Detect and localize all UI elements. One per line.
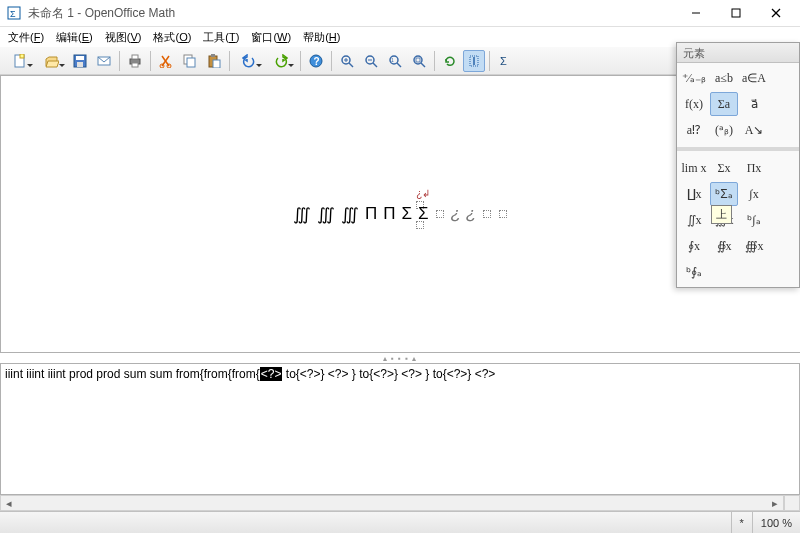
sym-sum: Σ ¿↲ — [418, 204, 429, 224]
rendered-formula: ∭ ∭ ∭ Π Π Σ Σ ¿↲ ¿ ¿ — [293, 204, 508, 225]
sym-iiint: ∭ — [341, 204, 359, 225]
svg-rect-20 — [187, 58, 195, 67]
svg-line-31 — [373, 63, 377, 67]
cut-button[interactable] — [155, 50, 177, 72]
svg-rect-9 — [76, 56, 84, 60]
palette-title[interactable]: 元素 — [677, 43, 799, 63]
zoom-out-button[interactable] — [360, 50, 382, 72]
scroll-right-button[interactable]: ▸ — [767, 496, 783, 510]
title-bar: Σ 未命名 1 - OpenOffice Math — [0, 0, 800, 27]
elements-button[interactable]: Σ — [494, 50, 516, 72]
menu-edit[interactable]: 编辑(E) — [50, 28, 99, 46]
open-button[interactable] — [37, 50, 67, 72]
status-bar: * 100 % — [0, 511, 800, 533]
menu-tools[interactable]: 工具(T) — [197, 28, 245, 46]
print-button[interactable] — [124, 50, 146, 72]
cat-unary-binary[interactable]: ⁺⁄ₐ₋ᵦ — [680, 66, 708, 90]
cat-relations[interactable]: a≤b — [710, 66, 738, 90]
svg-line-27 — [349, 63, 353, 67]
svg-rect-22 — [211, 54, 215, 57]
elements-palette[interactable]: 元素 ⁺⁄ₐ₋ᵦ a≤b a∈A f(x) Σa a⃗ a⁉ (ᵃᵦ) A↘ l… — [676, 42, 800, 288]
window-title: 未命名 1 - OpenOffice Math — [28, 5, 676, 22]
zoom-100-button[interactable]: 1 — [384, 50, 406, 72]
op-sum-limits[interactable]: ᵇΣₐ 上 — [710, 182, 738, 206]
menu-help[interactable]: 帮助(H) — [297, 28, 346, 46]
sym-prod: Π — [365, 204, 377, 224]
cat-operators[interactable]: Σa — [710, 92, 738, 116]
mail-button[interactable] — [93, 50, 115, 72]
op-oiint[interactable]: ∯x — [710, 234, 738, 258]
cat-others[interactable]: a⁉ — [680, 118, 708, 142]
menu-view[interactable]: 视图(V) — [99, 28, 148, 46]
placeholder — [499, 210, 507, 218]
palette-category-grid: ⁺⁄ₐ₋ᵦ a≤b a∈A f(x) Σa a⃗ a⁉ (ᵃᵦ) A↘ — [677, 63, 799, 145]
op-int-limits[interactable]: ᵇ∫ₐ — [740, 208, 768, 232]
svg-text:?: ? — [314, 56, 320, 67]
minimize-button[interactable] — [676, 1, 716, 25]
svg-text:1: 1 — [391, 57, 394, 63]
zoom-fit-button[interactable] — [408, 50, 430, 72]
pane-splitter[interactable]: ▴ ▪ ▪ ▪ ▴ — [0, 353, 800, 363]
palette-separator — [677, 147, 799, 151]
zoom-indicator[interactable]: 100 % — [752, 512, 800, 533]
formula-cursor-button[interactable] — [463, 50, 485, 72]
save-button[interactable] — [69, 50, 91, 72]
svg-rect-10 — [77, 62, 83, 67]
cat-brackets[interactable]: (ᵃᵦ) — [710, 118, 738, 142]
menu-window[interactable]: 窗口(W) — [245, 28, 297, 46]
op-oint[interactable]: ∮x — [680, 234, 708, 258]
redo-button[interactable] — [266, 50, 296, 72]
op-prod[interactable]: Πx — [740, 156, 768, 180]
menu-file[interactable]: 文件(F) — [2, 28, 50, 46]
grip-icon: ▴ ▪ ▪ ▪ ▴ — [383, 354, 417, 363]
command-editor[interactable]: iiint iiint iiint prod prod sum sum from… — [0, 363, 800, 495]
editor-text[interactable]: iiint iiint iiint prod prod sum sum from… — [1, 364, 799, 385]
svg-text:Σ: Σ — [10, 9, 16, 19]
sym-iiint: ∭ — [293, 204, 311, 225]
cat-set-ops[interactable]: a∈A — [740, 66, 768, 90]
svg-rect-23 — [213, 60, 220, 68]
paste-button[interactable] — [203, 50, 225, 72]
op-oiiint[interactable]: ∰x — [740, 234, 768, 258]
svg-line-37 — [421, 63, 425, 67]
cat-functions[interactable]: f(x) — [680, 92, 708, 116]
op-oint-limits[interactable]: ᵇ∮ₐ — [680, 260, 708, 284]
size-grip[interactable] — [784, 495, 800, 511]
svg-rect-38 — [416, 58, 420, 62]
op-coprod[interactable]: ∐x — [680, 182, 708, 206]
placeholder — [483, 210, 491, 218]
tooltip: 上 — [711, 205, 732, 224]
op-int[interactable]: ∫x — [740, 182, 768, 206]
horizontal-scrollbar[interactable]: ◂ ▸ — [0, 495, 784, 511]
svg-text:Σ: Σ — [500, 55, 507, 67]
op-sum[interactable]: Σx — [710, 156, 738, 180]
op-lim[interactable]: lim x — [680, 156, 708, 180]
svg-rect-3 — [732, 9, 740, 17]
help-button[interactable]: ? — [305, 50, 327, 72]
refresh-button[interactable] — [439, 50, 461, 72]
close-button[interactable] — [756, 1, 796, 25]
selection: <?> — [260, 367, 283, 381]
maximize-button[interactable] — [716, 1, 756, 25]
palette-ops-grid: lim x Σx Πx ∐x ᵇΣₐ 上 ∫x ∬x ∭x ᵇ∫ₐ ∮x ∯x … — [677, 153, 799, 287]
copy-button[interactable] — [179, 50, 201, 72]
cat-formats[interactable]: A↘ — [740, 118, 768, 142]
app-icon: Σ — [6, 5, 22, 21]
modified-indicator[interactable]: * — [731, 512, 752, 533]
svg-point-36 — [414, 56, 422, 64]
scroll-left-button[interactable]: ◂ — [1, 496, 17, 510]
placeholder — [436, 210, 444, 218]
sym-prod: Π — [383, 204, 395, 224]
cat-attributes[interactable]: a⃗ — [740, 92, 768, 116]
menu-format[interactable]: 格式(O) — [147, 28, 197, 46]
zoom-in-button[interactable] — [336, 50, 358, 72]
scroll-track[interactable] — [17, 496, 767, 510]
sym-sum: Σ — [402, 204, 413, 224]
svg-rect-7 — [20, 54, 24, 58]
sym-iiint: ∭ — [317, 204, 335, 225]
new-button[interactable] — [5, 50, 35, 72]
op-iint[interactable]: ∬x — [680, 208, 708, 232]
op-sum-limits-glyph: ᵇΣₐ — [715, 187, 732, 201]
undo-button[interactable] — [234, 50, 264, 72]
svg-rect-14 — [132, 63, 138, 67]
